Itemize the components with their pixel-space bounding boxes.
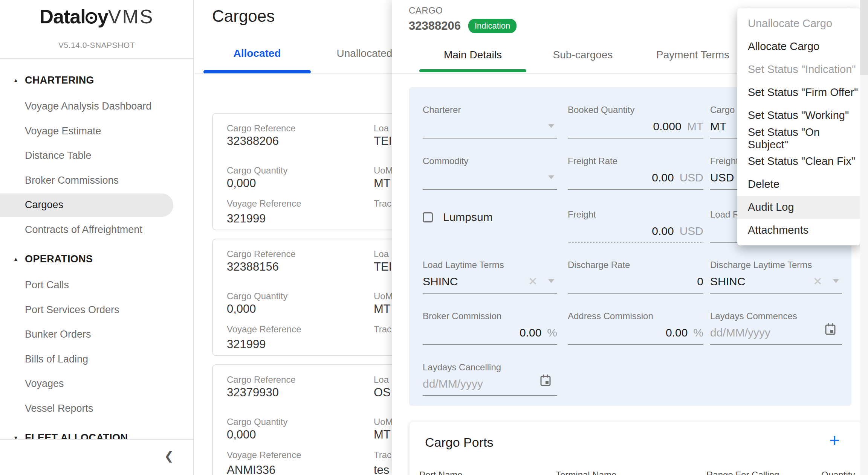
charterer-label: Charterer (423, 105, 557, 115)
chevron-down-icon[interactable] (548, 175, 554, 179)
card-field-label: Trac (374, 198, 391, 209)
discharge-laytime-terms-field[interactable]: Discharge Laytime Terms SHINC ✕ (710, 260, 842, 270)
dialog-active-tab-indicator (419, 69, 526, 72)
app-root: DataloyVMS V5.14.0-SNAPSHOT ▲CHARTERINGV… (0, 0, 868, 475)
address-commission-value: 0.00 (666, 326, 688, 339)
scrollbar-thumb[interactable] (860, 0, 868, 75)
card-field-label: Cargo Quantity (227, 291, 287, 301)
charterer-field[interactable]: Charterer (423, 105, 557, 115)
broker-commission-label: Broker Commission (423, 311, 557, 321)
app-logo: DataloyVMS (0, 5, 193, 28)
sidebar: DataloyVMS V5.14.0-SNAPSHOT ▲CHARTERINGV… (0, 0, 194, 475)
sidebar-item-bills-of-lading[interactable]: Bills of Lading (0, 347, 193, 372)
sidebar-collapse-chevron-icon[interactable]: ❮ (164, 449, 174, 463)
sidebar-item-broker-commissions[interactable]: Broker Commissions (0, 168, 193, 193)
freight-label: Freight (568, 209, 703, 220)
card-field-label: Trac (374, 450, 391, 460)
tab-payment-terms[interactable]: Payment Terms (638, 49, 748, 61)
freight-rate-currency: USD (680, 171, 703, 184)
sidebar-item-voyages[interactable]: Voyages (0, 371, 193, 396)
sidebar-item-contracts-of-affreightment[interactable]: Contracts of Affreightment (0, 218, 193, 242)
card-field-value: 0,000 (227, 428, 256, 442)
sidebar-item-port-services-orders[interactable]: Port Services Orders (0, 298, 193, 323)
menu-item-label: Delete (748, 178, 779, 190)
clear-icon[interactable]: ✕ (528, 275, 538, 288)
sidebar-item-voyage-estimate[interactable]: Voyage Estimate (0, 119, 193, 144)
sidebar-item-label: Cargoes (25, 199, 63, 211)
laydays-cancelling-input[interactable]: dd/MM/yyyy (423, 376, 557, 392)
address-commission-field[interactable]: Address Commission 0.00% (568, 311, 703, 321)
sidebar-section-chartering[interactable]: ▲CHARTERING (0, 68, 193, 93)
clear-icon[interactable]: ✕ (813, 275, 822, 288)
commodity-field[interactable]: Commodity (423, 156, 557, 166)
sidebar-item-label: Voyage Estimate (25, 125, 101, 137)
card-field-label: Voyage Reference (227, 198, 301, 209)
add-cargo-port-icon[interactable]: + (829, 430, 840, 451)
menu-item-label: Unallocate Cargo (748, 17, 832, 30)
scrollbar-track[interactable] (860, 0, 868, 475)
lumpsum-checkbox[interactable] (423, 212, 433, 222)
menu-item-delete[interactable]: Delete (737, 173, 860, 196)
sidebar-item-label: Vessel Reports (25, 403, 93, 414)
sidebar-item-bunker-orders[interactable]: Bunker Orders (0, 322, 193, 347)
cargo-reference: 32388206 (409, 19, 461, 33)
freight-field[interactable]: Freight 0.00USD (568, 209, 703, 220)
menu-item-label: Set Status "On Subject" (748, 126, 860, 151)
chevron-down-icon[interactable] (548, 124, 554, 128)
section-label: OPERATIONS (25, 253, 93, 265)
menu-item-label: Attachments (748, 224, 808, 236)
percent-suffix: % (547, 326, 557, 339)
chevron-down-icon[interactable] (548, 279, 554, 283)
tab-main-details[interactable]: Main Details (418, 49, 528, 61)
cargo-ports-card: Cargo Ports + Port NameTerminal NameRang… (410, 422, 862, 475)
logo-target-icon: o (86, 12, 97, 24)
cargo-context-menu: Unallocate CargoAllocate CargoSet Status… (737, 8, 860, 245)
menu-item-set-status-on-subject[interactable]: Set Status "On Subject" (737, 127, 860, 150)
sidebar-item-voyage-analysis-dashboard[interactable]: Voyage Analysis Dashboard (0, 94, 193, 119)
sidebar-item-cargoes[interactable]: Cargoes (0, 193, 193, 218)
card-field-label: Trac (374, 324, 391, 335)
menu-item-set-status-clean-fix[interactable]: Set Status "Clean Fix" (737, 150, 860, 173)
load-laytime-terms-field[interactable]: Load Laytime Terms SHINC ✕ (423, 260, 557, 270)
calendar-icon[interactable] (824, 323, 836, 336)
menu-item-attachments[interactable]: Attachments (737, 219, 860, 242)
card-field-value: TEI (374, 134, 392, 148)
menu-item-label: Set Status "Firm Offer" (748, 86, 858, 99)
card-field-label: Loa (374, 375, 389, 385)
sidebar-item-label: Port Services Orders (25, 304, 119, 316)
sidebar-item-label: Bunker Orders (25, 329, 91, 340)
sidebar-item-vessel-reports[interactable]: Vessel Reports (0, 396, 193, 421)
laydays-cancelling-field[interactable]: Laydays Cancelling dd/MM/yyyy (423, 362, 557, 373)
discharge-rate-label: Discharge Rate (568, 260, 703, 270)
card-field-value: OS (374, 386, 391, 399)
sidebar-item-distance-table[interactable]: Distance Table (0, 143, 193, 168)
card-field-label: Cargo Reference (227, 123, 296, 134)
calendar-icon[interactable] (539, 374, 552, 387)
broker-commission-field[interactable]: Broker Commission 0.00% (423, 311, 557, 321)
menu-item-set-status-working[interactable]: Set Status "Working" (737, 104, 860, 127)
tab-allocated[interactable]: Allocated (203, 47, 311, 59)
menu-item-set-status-firm-offer[interactable]: Set Status "Firm Offer" (737, 81, 860, 104)
sidebar-divider (0, 58, 193, 59)
freight-rate-field[interactable]: Freight Rate 0.00USD (568, 156, 703, 166)
tab-sub-cargoes[interactable]: Sub-cargoes (528, 49, 638, 61)
laydays-commences-field[interactable]: Laydays Commences dd/MM/yyyy (710, 311, 842, 321)
sidebar-section-operations[interactable]: ▲OPERATIONS (0, 247, 193, 271)
card-field-label: UoM (374, 417, 393, 427)
laydays-commences-input[interactable]: dd/MM/yyyy (710, 324, 842, 341)
card-field-label: UoM (374, 165, 393, 176)
cargo-ports-column-port-name: Port Name (419, 470, 463, 475)
sidebar-item-label: Broker Commissions (25, 175, 119, 186)
cargo-ports-column-range-for-calling: Range For Calling (706, 470, 779, 475)
menu-item-allocate-cargo[interactable]: Allocate Cargo (737, 35, 860, 58)
menu-item-audit-log[interactable]: Audit Log (737, 196, 860, 219)
sidebar-item-port-calls[interactable]: Port Calls (0, 273, 193, 298)
card-field-label: Loa (374, 249, 389, 259)
discharge-rate-field[interactable]: Discharge Rate 0 (568, 260, 703, 270)
section-label: CHARTERING (25, 75, 94, 86)
card-field-label: UoM (374, 291, 393, 301)
collapse-triangle-icon: ▲ (13, 256, 25, 262)
chevron-down-icon[interactable] (833, 279, 839, 283)
booked-quantity-field[interactable]: Booked Quantity 0.000MT (568, 105, 703, 115)
booked-quantity-value: 0.000 (653, 120, 682, 133)
